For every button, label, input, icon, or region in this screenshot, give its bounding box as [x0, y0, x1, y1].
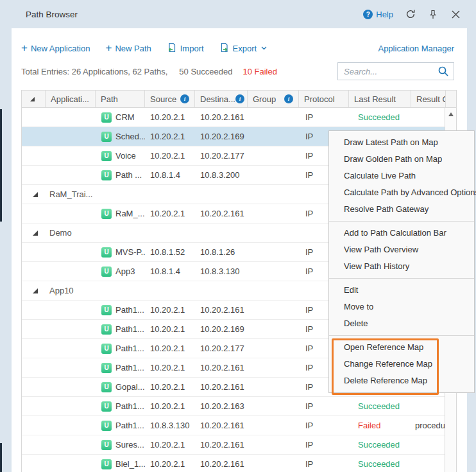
- plus-icon: +: [105, 43, 112, 53]
- path-cell: UGopal...: [96, 378, 145, 396]
- source-cell: 10.20.2.1: [145, 378, 195, 396]
- dialog-titlebar: Path Browser ? Help: [0, 0, 476, 28]
- menu-item-calculate-path-by-advanced-options[interactable]: Calculate Path by Advanced Options: [329, 184, 474, 201]
- group-expanded-icon[interactable]: [33, 192, 38, 197]
- menu-item-calculate-live-path[interactable]: Calculate Live Path: [329, 168, 474, 184]
- close-icon[interactable]: [450, 9, 461, 19]
- info-icon[interactable]: i: [180, 94, 189, 103]
- refresh-icon[interactable]: [405, 9, 416, 19]
- column-header-destination[interactable]: Destina...i: [195, 91, 248, 107]
- path-cell: UVoice: [96, 146, 145, 165]
- menu-item-delete[interactable]: Delete: [329, 315, 474, 332]
- column-header-application[interactable]: Applicati...: [46, 91, 96, 107]
- menu-item-edit[interactable]: Edit: [329, 282, 474, 299]
- destination-cell: 10.20.2.161: [195, 204, 248, 223]
- group-cell: [248, 146, 299, 165]
- scroll-up-button[interactable]: [445, 108, 456, 120]
- column-header-expand[interactable]: [22, 91, 46, 107]
- menu-item-view-path-overview[interactable]: View Path Overview: [329, 241, 474, 258]
- info-icon[interactable]: i: [235, 94, 244, 103]
- menu-item-resolve-path-gateway[interactable]: Resolve Path Gateway: [329, 201, 474, 218]
- path-name: App3: [115, 267, 135, 276]
- column-header-group[interactable]: Groupi: [248, 91, 299, 107]
- path-cell: UPath1...: [96, 397, 145, 415]
- protocol-cell: IP: [299, 416, 349, 435]
- application-cell: [46, 146, 96, 165]
- result-category-cell: [411, 435, 445, 454]
- destination-cell: 10.20.2.161: [195, 455, 248, 472]
- path-row[interactable]: USures...10.20.2.110.20.2.161IPSucceeded: [22, 435, 445, 455]
- collapse-all-icon[interactable]: [30, 97, 35, 101]
- destination-cell: 10.8.3.130: [195, 262, 248, 281]
- source-cell: 10.8.1.4: [145, 262, 195, 281]
- expand-cell: [22, 223, 46, 242]
- application-manager-link[interactable]: Application Manager: [378, 44, 454, 53]
- menu-item-move-to[interactable]: Move to: [329, 299, 474, 315]
- new-application-button[interactable]: + New Application: [21, 43, 90, 53]
- column-header-last_result[interactable]: Last Result: [349, 91, 411, 107]
- path-type-badge-icon: U: [101, 151, 112, 161]
- expand-cell: [22, 339, 46, 358]
- last-result-cell: Succeeded: [349, 397, 411, 415]
- group-cell: [248, 358, 299, 377]
- context-menu-section: Add to Path Calculation BarView Path Ove…: [329, 222, 474, 279]
- expand-cell: [22, 358, 46, 377]
- menu-item-draw-golden-path-on-map[interactable]: Draw Golden Path on Map: [329, 151, 474, 168]
- column-header-path[interactable]: Path: [96, 91, 145, 107]
- search-input[interactable]: [338, 67, 438, 76]
- menu-item-add-to-path-calculation-bar[interactable]: Add to Path Calculation Bar: [329, 225, 474, 241]
- path-cell: UApp3: [96, 262, 145, 281]
- import-label: Import: [180, 44, 204, 53]
- background-app-edge: [0, 109, 2, 222]
- path-type-badge-icon: U: [101, 382, 112, 392]
- stats-bar: Total Entries: 26 Applications, 62 Paths…: [21, 62, 454, 81]
- column-header-label: Result Cat.: [416, 94, 446, 104]
- expand-cell: [22, 281, 46, 300]
- destination-cell: [195, 223, 248, 242]
- new-path-button[interactable]: + New Path: [105, 43, 151, 53]
- group-expanded-icon[interactable]: [33, 288, 38, 293]
- menu-item-open-reference-map[interactable]: Open Reference Map: [329, 339, 474, 356]
- total-entries-text: Total Entries: 26 Applications, 62 Paths…: [21, 67, 167, 76]
- path-cell: UCRM: [96, 108, 145, 127]
- column-header-label: Protocol: [304, 94, 335, 104]
- path-cell: UPath1...: [96, 416, 145, 435]
- protocol-cell: IP: [299, 435, 349, 454]
- import-button[interactable]: Import: [167, 42, 204, 55]
- group-expanded-icon[interactable]: [33, 231, 38, 236]
- menu-item-draw-latest-path-on-map[interactable]: Draw Latest Path on Map: [329, 134, 474, 151]
- source-cell: [145, 281, 195, 300]
- help-button[interactable]: ? Help: [363, 10, 393, 19]
- source-cell: 10.20.2.1: [145, 127, 195, 146]
- column-header-result_category[interactable]: Result Cat.: [411, 91, 446, 107]
- source-cell: [145, 223, 195, 242]
- path-type-badge-icon: U: [101, 401, 112, 412]
- path-name: Path1...: [115, 363, 144, 372]
- destination-cell: 10.20.2.161: [195, 435, 248, 454]
- destination-cell: [195, 185, 248, 204]
- protocol-cell: IP: [299, 108, 349, 127]
- path-row[interactable]: UPath1...10.20.2.110.20.2.163IPSucceeded: [22, 397, 445, 416]
- path-cell: UBiel_1...: [96, 455, 145, 472]
- column-header-protocol[interactable]: Protocol: [299, 91, 349, 107]
- column-header-label: Source: [150, 94, 176, 104]
- menu-item-change-reference-map[interactable]: Change Reference Map: [329, 356, 474, 372]
- search-box: [337, 62, 454, 80]
- path-row[interactable]: UPath1...10.8.3.13010.20.2.161IPFailedpr…: [22, 416, 445, 435]
- column-header-source[interactable]: Sourcei: [145, 91, 195, 107]
- search-icon[interactable]: [438, 66, 449, 77]
- path-name: Path1...: [115, 324, 144, 334]
- source-cell: 10.20.2.1: [145, 146, 195, 165]
- path-cell: USures...: [96, 435, 145, 454]
- path-row[interactable]: UBiel_1...10.20.2.110.20.2.161IPSucceede…: [22, 455, 445, 472]
- expand-cell: [22, 397, 46, 415]
- menu-item-view-path-history[interactable]: View Path History: [329, 258, 474, 275]
- menu-item-delete-reference-map[interactable]: Delete Reference Map: [329, 372, 474, 389]
- last-result-cell: Failed: [349, 416, 411, 435]
- path-cell: UPath1...: [96, 358, 145, 377]
- info-icon[interactable]: i: [284, 94, 293, 103]
- export-button[interactable]: Export: [219, 42, 268, 55]
- path-row[interactable]: UCRM10.20.2.110.20.2.161IPSucceeded: [22, 108, 445, 127]
- application-name: App10: [49, 286, 74, 295]
- pin-icon[interactable]: [428, 9, 438, 19]
